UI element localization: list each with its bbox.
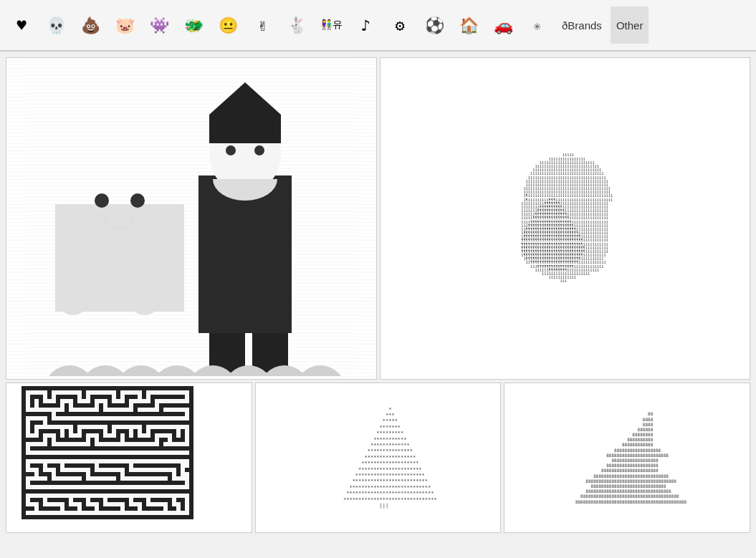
brands-label: ðBrands <box>562 19 602 32</box>
tree-art: * *** ***** ******* ********* **********… <box>319 407 436 509</box>
maze-canvas <box>21 386 236 529</box>
nav-rabbit[interactable]: 🐇 <box>281 6 312 44</box>
peace-icon: ✌ <box>257 16 267 34</box>
soccer-ball-wrapper: 11111 1111111111111111 11111111111111111… <box>381 58 750 379</box>
top-grid: 11111 1111111111111111 11111111111111111… <box>6 57 750 380</box>
smiley-icon: 😐 <box>219 16 238 34</box>
nav-skull[interactable]: 💀 <box>40 6 72 44</box>
soccer-icon: ⚽ <box>425 16 444 34</box>
snowflake-icon: ✳ <box>534 18 542 33</box>
emoji-navbar: ♥ 💀 💩 🐷 👾 🐲 😐 ✌ 🐇 👫유 ♪ ⚙ ⚽ 🏠 🚗 ✳ <box>0 0 756 52</box>
eights-art: 88 8888 8888 888888 88888888 8888888888 … <box>568 411 686 504</box>
heart-icon: ♥ <box>16 16 26 34</box>
nav-car[interactable]: 🚗 <box>487 6 519 44</box>
santa-ghost-wrapper <box>6 58 376 379</box>
maze-panel <box>6 383 252 533</box>
car-icon: 🚗 <box>494 16 513 34</box>
other-label: Other <box>616 19 643 32</box>
dragon-icon: 🐲 <box>184 16 204 34</box>
nav-pig[interactable]: 🐷 <box>109 6 140 44</box>
eights-wrapper: 88 8888 8888 888888 88888888 8888888888 … <box>504 383 750 532</box>
nav-dragon[interactable]: 🐲 <box>178 6 209 44</box>
tree-wrapper: * *** ***** ******* ********* **********… <box>256 383 501 532</box>
skull-icon: 💀 <box>47 16 66 34</box>
nav-people[interactable]: 👫유 <box>315 6 347 44</box>
nav-music[interactable]: ♪ <box>350 6 381 44</box>
nav-heart[interactable]: ♥ <box>6 6 37 44</box>
nav-gear[interactable]: ⚙ <box>384 6 416 44</box>
soccer-art: 11111 1111111111111111 11111111111111111… <box>517 153 613 283</box>
nav-snowflake[interactable]: ✳ <box>522 6 553 44</box>
poop-icon: 💩 <box>81 16 100 34</box>
main-content: 11111 1111111111111111 11111111111111111… <box>0 52 756 558</box>
tree-panel: * *** ***** ******* ********* **********… <box>255 383 502 533</box>
nav-poop[interactable]: 💩 <box>75 6 106 44</box>
eights-panel: 88 8888 8888 888888 88888888 8888888888 … <box>504 383 750 533</box>
house-icon: 🏠 <box>459 16 479 34</box>
nav-soccer[interactable]: ⚽ <box>418 6 450 44</box>
bottom-grid: * *** ***** ******* ********* **********… <box>6 383 750 533</box>
music-icon: ♪ <box>360 16 370 34</box>
santa-ghost-canvas <box>27 61 356 376</box>
pig-icon: 🐷 <box>115 16 135 34</box>
santa-ghost-panel <box>6 57 377 380</box>
nav-monster[interactable]: 👾 <box>143 6 175 44</box>
nav-brands[interactable]: ðBrands <box>556 6 608 44</box>
soccer-ball-panel: 11111 1111111111111111 11111111111111111… <box>380 57 751 380</box>
maze-wrapper <box>6 383 252 532</box>
gear-icon: ⚙ <box>395 16 404 34</box>
nav-peace[interactable]: ✌ <box>247 6 278 44</box>
nav-house[interactable]: 🏠 <box>453 6 484 44</box>
people-icon: 👫유 <box>320 19 343 32</box>
nav-other[interactable]: Other <box>611 6 649 44</box>
nav-smiley[interactable]: 😐 <box>212 6 244 44</box>
monster-icon: 👾 <box>150 16 169 34</box>
rabbit-icon: 🐇 <box>287 16 307 34</box>
